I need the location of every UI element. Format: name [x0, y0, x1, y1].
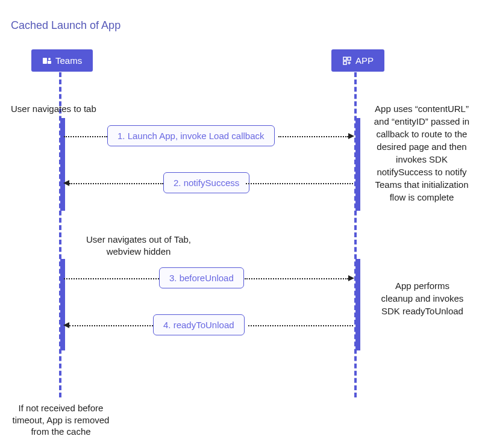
arrow-m4-right — [248, 325, 353, 326]
message-notify-success: 2. notifySuccess — [163, 172, 249, 193]
svg-rect-0 — [43, 58, 47, 64]
lifeline-app — [354, 72, 357, 397]
svg-rect-3 — [343, 57, 346, 60]
activation-app-1 — [355, 118, 360, 211]
svg-rect-4 — [348, 57, 351, 60]
actor-teams-label: Teams — [55, 55, 82, 66]
note-app-uses: App uses “contentURL” and “entityID” pas… — [370, 102, 474, 204]
arrow-m1-left — [64, 136, 107, 137]
arrow-m3-right — [245, 278, 348, 279]
diagram-title: Cached Launch of App — [11, 19, 120, 32]
arrow-head-m1 — [348, 133, 354, 139]
message-ready-to-unload: 4. readyToUnload — [153, 314, 245, 335]
note-nav-to-tab: User navigates to tab — [11, 104, 96, 114]
arrow-m1-right — [278, 136, 348, 137]
message-before-unload: 3. beforeUnload — [159, 267, 244, 288]
activation-app-2 — [355, 259, 360, 350]
arrow-m2-left — [69, 183, 163, 184]
arrow-m2-right — [246, 183, 353, 184]
note-nav-out: User navigates out of Tab, webview hidde… — [72, 234, 205, 257]
actor-teams: Teams — [31, 49, 93, 72]
arrow-m4-left — [69, 325, 153, 326]
note-timeout: If not received before timeout, App is r… — [2, 402, 119, 438]
message-launch-app: 1. Launch App, invoke Load callback — [107, 125, 275, 146]
lifeline-teams — [59, 72, 61, 397]
arrow-head-m4 — [63, 322, 69, 328]
svg-rect-2 — [48, 61, 51, 64]
actor-app-label: APP — [355, 55, 374, 66]
svg-point-1 — [48, 58, 51, 60]
svg-rect-5 — [343, 61, 346, 64]
app-icon — [342, 56, 352, 66]
note-cleanup: App performs cleanup and invokes SDK rea… — [378, 279, 466, 317]
arrow-head-m3 — [348, 275, 354, 281]
activation-teams-1 — [60, 118, 65, 211]
arrow-m3-left — [64, 278, 159, 279]
actor-app: APP — [331, 49, 384, 72]
activation-teams-2 — [60, 259, 65, 350]
teams-icon — [42, 56, 52, 66]
arrow-head-m2 — [63, 180, 69, 186]
